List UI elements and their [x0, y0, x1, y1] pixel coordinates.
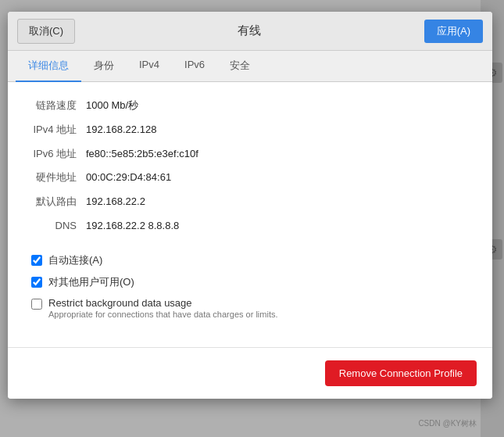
info-table: 链路速度 1000 Mb/秒 IPv4 地址 192.168.22.128 IP… — [31, 98, 469, 235]
checkbox-auto-connect[interactable] — [31, 255, 42, 266]
label-link-speed: 链路速度 — [31, 98, 86, 114]
tab-ipv4[interactable]: IPv4 — [127, 51, 172, 82]
checkboxes-area: 自动连接(A) 对其他用户可用(O) Restrict background d… — [31, 253, 469, 319]
tab-security[interactable]: 安全 — [217, 51, 263, 82]
label-dns: DNS — [31, 218, 86, 235]
value-ipv4: 192.168.22.128 — [86, 122, 469, 138]
dialog-footer: Remove Connection Profile — [8, 347, 492, 399]
content-area: 链路速度 1000 Mb/秒 IPv4 地址 192.168.22.128 IP… — [8, 82, 492, 347]
label-default-route: 默认路由 — [31, 194, 86, 210]
value-dns: 192.168.22.2 8.8.8.8 — [86, 218, 469, 235]
apply-button[interactable]: 应用(A) — [424, 20, 483, 43]
tab-ipv6[interactable]: IPv6 — [172, 51, 217, 82]
checkbox-available-to-others[interactable] — [31, 277, 42, 288]
checkbox-available-to-others-label[interactable]: 对其他用户可用(O) — [48, 275, 134, 289]
value-hardware: 00:0C:29:D4:84:61 — [86, 170, 469, 186]
watermark: CSDN @KY树林 — [418, 418, 477, 429]
checkbox-restrict-data[interactable] — [31, 299, 42, 310]
value-link-speed: 1000 Mb/秒 — [86, 98, 469, 114]
checkbox-restrict-data-row: Restrict background data usage Appropria… — [31, 297, 469, 319]
label-hardware: 硬件地址 — [31, 170, 86, 186]
cancel-button[interactable]: 取消(C) — [17, 19, 75, 44]
label-ipv6: IPv6 地址 — [31, 146, 86, 163]
checkbox-auto-connect-label[interactable]: 自动连接(A) — [48, 253, 102, 267]
value-ipv6: fe80::5e85:2b5:e3ef:c10f — [86, 146, 469, 163]
label-ipv4: IPv4 地址 — [31, 122, 86, 138]
checkbox-available-to-others-row: 对其他用户可用(O) — [31, 275, 469, 289]
dialog-header: 取消(C) 有线 应用(A) — [8, 12, 492, 51]
checkbox-restrict-data-sublabel: Appropriate for connections that have da… — [48, 310, 469, 319]
remove-connection-profile-button[interactable]: Remove Connection Profile — [325, 360, 477, 386]
tab-bar: 详细信息 身份 IPv4 IPv6 安全 — [8, 51, 492, 82]
checkbox-restrict-data-inner: Restrict background data usage — [31, 297, 469, 310]
dialog-title: 有线 — [238, 23, 261, 38]
tab-identity[interactable]: 身份 — [81, 51, 127, 82]
checkbox-restrict-data-label[interactable]: Restrict background data usage — [48, 297, 192, 309]
dialog: 取消(C) 有线 应用(A) 详细信息 身份 IPv4 IPv6 安全 链路速度… — [8, 12, 492, 399]
checkbox-auto-connect-row: 自动连接(A) — [31, 253, 469, 267]
value-default-route: 192.168.22.2 — [86, 194, 469, 210]
tab-details[interactable]: 详细信息 — [16, 51, 81, 82]
